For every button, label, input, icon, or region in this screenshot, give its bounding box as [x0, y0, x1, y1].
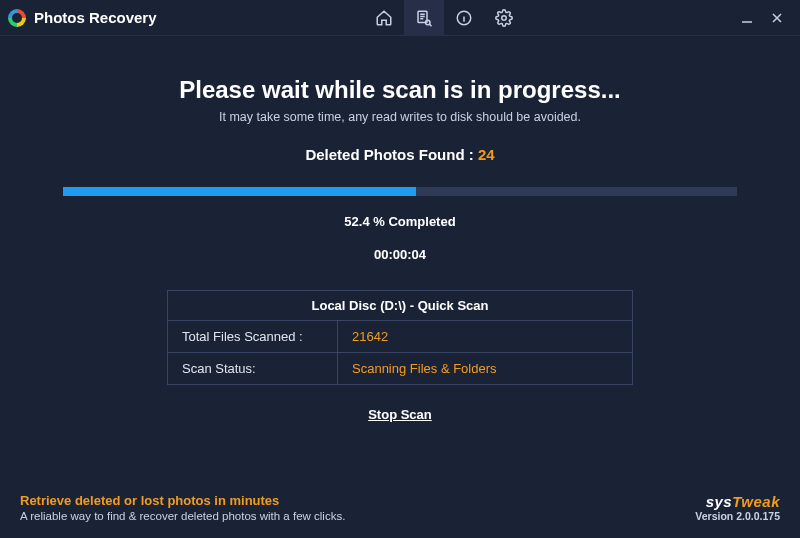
- footer-tagline: Retrieve deleted or lost photos in minut…: [20, 493, 345, 508]
- progress-bar: [63, 187, 737, 196]
- table-row: Total Files Scanned : 21642: [168, 321, 632, 353]
- svg-point-3: [502, 15, 507, 20]
- scan-icon[interactable]: [404, 0, 444, 36]
- gear-icon[interactable]: [484, 0, 524, 36]
- found-count: Deleted Photos Found : 24: [30, 146, 770, 163]
- panel-title: Local Disc (D:\) - Quick Scan: [168, 291, 632, 321]
- stop-scan-link[interactable]: Stop Scan: [368, 407, 432, 422]
- table-row: Scan Status: Scanning Files & Folders: [168, 353, 632, 384]
- footer: Retrieve deleted or lost photos in minut…: [20, 493, 780, 522]
- elapsed-time: 00:00:04: [30, 247, 770, 262]
- close-icon[interactable]: [762, 0, 792, 36]
- progress-percent: 52.4 % Completed: [30, 214, 770, 229]
- info-icon[interactable]: [444, 0, 484, 36]
- found-label: Deleted Photos Found :: [305, 146, 473, 163]
- app-title: Photos Recovery: [34, 9, 157, 26]
- version-text: Version 2.0.0.175: [695, 510, 780, 522]
- footer-right: sysTweak Version 2.0.0.175: [695, 493, 780, 522]
- main-content: Please wait while scan is in progress...…: [0, 36, 800, 423]
- row-value: 21642: [338, 321, 632, 352]
- svg-point-1: [426, 20, 431, 25]
- page-title: Please wait while scan is in progress...: [30, 76, 770, 104]
- titlebar: Photos Recovery: [0, 0, 800, 36]
- minimize-icon[interactable]: [732, 0, 762, 36]
- row-label: Scan Status:: [168, 353, 338, 384]
- home-icon[interactable]: [364, 0, 404, 36]
- brand-part-b: Tweak: [732, 493, 780, 510]
- page-subtitle: It may take some time, any read writes t…: [30, 110, 770, 124]
- brand-part-a: sys: [706, 493, 733, 510]
- footer-desc: A reliable way to find & recover deleted…: [20, 510, 345, 522]
- status-panel: Local Disc (D:\) - Quick Scan Total File…: [167, 290, 633, 385]
- found-value: 24: [478, 146, 495, 163]
- progress-fill: [63, 187, 416, 196]
- progress-track: [63, 187, 737, 196]
- row-value: Scanning Files & Folders: [338, 353, 632, 384]
- footer-left: Retrieve deleted or lost photos in minut…: [20, 493, 345, 522]
- row-label: Total Files Scanned :: [168, 321, 338, 352]
- app-logo-icon: [8, 9, 26, 27]
- brand-logo: sysTweak: [695, 493, 780, 510]
